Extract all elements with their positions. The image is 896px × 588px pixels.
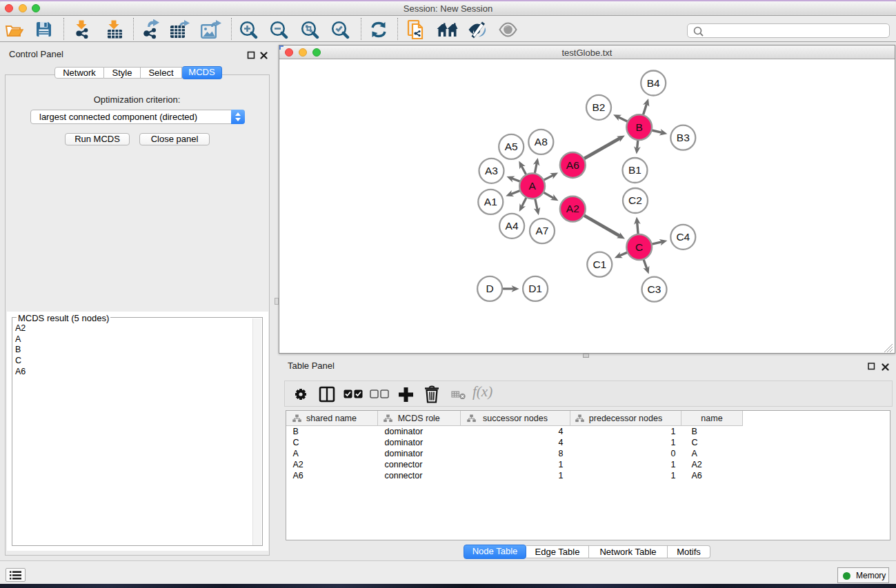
- svg-text:B3: B3: [677, 132, 690, 143]
- svg-text:B1: B1: [628, 164, 641, 176]
- svg-text:A5: A5: [505, 141, 518, 152]
- svg-text:A2: A2: [566, 203, 579, 214]
- svg-text:D1: D1: [528, 283, 542, 294]
- svg-text:A8: A8: [535, 136, 548, 148]
- svg-text:B: B: [636, 121, 643, 133]
- svg-text:A: A: [528, 180, 536, 192]
- svg-text:C4: C4: [676, 231, 690, 243]
- svg-text:A4: A4: [506, 220, 519, 232]
- svg-text:C1: C1: [593, 258, 606, 270]
- svg-text:C: C: [635, 241, 643, 253]
- svg-text:A1: A1: [484, 196, 497, 207]
- svg-text:A7: A7: [536, 225, 549, 236]
- svg-text:B2: B2: [593, 101, 606, 113]
- svg-text:B4: B4: [647, 77, 660, 89]
- svg-text:A3: A3: [485, 165, 498, 176]
- svg-text:A6: A6: [566, 159, 579, 171]
- svg-text:C3: C3: [648, 283, 661, 295]
- svg-text:D: D: [486, 283, 493, 294]
- svg-text:C2: C2: [628, 194, 642, 206]
